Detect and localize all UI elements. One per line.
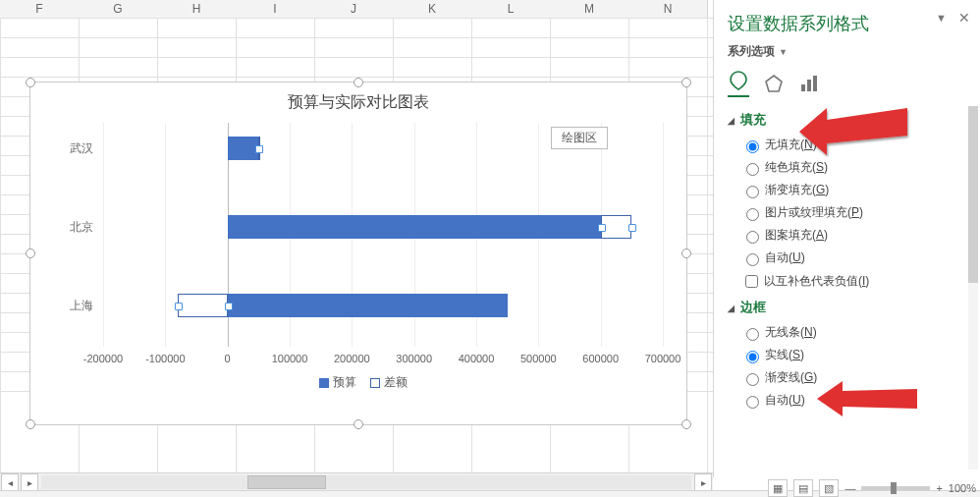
axis-tick: 300000: [396, 353, 432, 364]
svg-rect-3: [813, 76, 817, 91]
axis-tick: 600000: [582, 353, 619, 364]
series-options-tab-icon[interactable]: [798, 73, 820, 94]
invert-negative-checkbox[interactable]: 以互补色代表负值(I): [741, 272, 966, 291]
axis-tick: 400000: [459, 353, 495, 364]
pane-vscroll-thumb[interactable]: [968, 106, 978, 283]
series-options-dropdown[interactable]: 系列选项▼: [728, 43, 966, 60]
svg-rect-2: [807, 80, 811, 91]
view-pagelayout-icon[interactable]: ▤: [793, 479, 813, 497]
sheet-nav-prev[interactable]: ▸: [21, 473, 38, 491]
hscroll-right[interactable]: ▸: [694, 473, 712, 491]
border-option[interactable]: 实线(S): [741, 347, 966, 363]
column-header[interactable]: J: [314, 0, 394, 19]
sheet-nav-first[interactable]: ◂: [1, 473, 19, 491]
svg-marker-0: [766, 76, 782, 91]
view-pagebreak-icon[interactable]: ▧: [819, 479, 839, 497]
legend-item-budget[interactable]: 预算: [333, 374, 356, 391]
column-header[interactable]: N: [628, 0, 708, 19]
fill-option[interactable]: 自动(U): [741, 249, 966, 266]
plot-area[interactable]: -200000-10000001000002000003000004000005…: [54, 123, 663, 366]
bar-budget[interactable]: [228, 137, 259, 160]
zoom-controls[interactable]: ▦ ▤ ▧ ― + 100%: [768, 477, 976, 497]
category-label[interactable]: 北京: [54, 219, 93, 236]
category-label[interactable]: 武汉: [54, 140, 93, 157]
border-option[interactable]: 自动(U): [741, 392, 966, 409]
bar-budget[interactable]: [228, 294, 508, 317]
axis-tick: -200000: [83, 353, 123, 364]
chart-tooltip: 绘图区: [551, 127, 608, 149]
svg-rect-1: [801, 84, 805, 91]
zoom-value[interactable]: 100%: [949, 482, 976, 494]
pane-title: 设置数据系列格式: [728, 12, 966, 35]
bar-budget[interactable]: [228, 215, 601, 239]
column-header[interactable]: G: [79, 0, 158, 19]
effects-tab-icon[interactable]: [763, 73, 785, 94]
column-header[interactable]: F: [0, 0, 80, 19]
horizontal-scrollbar[interactable]: ◂ ▸ ▸: [0, 472, 713, 491]
column-header[interactable]: L: [471, 0, 551, 19]
fill-section-header[interactable]: ◢填充: [728, 111, 966, 129]
view-normal-icon[interactable]: ▦: [768, 479, 788, 497]
axis-tick: 0: [225, 353, 231, 364]
axis-tick: 100000: [272, 353, 308, 364]
chart-object[interactable]: 预算与实际对比图表 -200000-1000000100000200000300…: [29, 82, 687, 425]
border-section-header[interactable]: ◢边框: [728, 299, 966, 316]
format-pane: ▼ ✕ 设置数据系列格式 系列选项▼ ◢填充 无填充(N)纯色填充(S)渐变填充…: [713, 0, 980, 477]
fill-option[interactable]: 无填充(N): [741, 137, 966, 153]
axis-tick: 200000: [334, 353, 370, 364]
pane-vscroll[interactable]: [968, 106, 978, 469]
fill-option[interactable]: 图片或纹理填充(P): [741, 204, 966, 221]
hscroll-track[interactable]: [41, 475, 691, 489]
pane-pin-icon[interactable]: ▼: [936, 12, 947, 24]
legend-item-diff[interactable]: 差额: [384, 374, 408, 391]
pane-close-icon[interactable]: ✕: [958, 10, 970, 26]
axis-tick: 700000: [645, 353, 681, 364]
fill-option[interactable]: 图案填充(A): [741, 227, 966, 244]
axis-tick: -100000: [145, 353, 185, 364]
column-header[interactable]: M: [550, 0, 629, 19]
hscroll-thumb[interactable]: [247, 475, 326, 489]
fill-line-tab-icon[interactable]: [728, 70, 749, 97]
zoom-plus[interactable]: +: [936, 482, 942, 494]
zoom-slider[interactable]: [861, 486, 930, 490]
axis-tick: 500000: [520, 353, 557, 364]
border-option[interactable]: 渐变线(G): [741, 369, 966, 386]
chart-legend[interactable]: 预算 差额: [30, 374, 686, 391]
zoom-minus[interactable]: ―: [844, 482, 855, 494]
column-header[interactable]: K: [393, 0, 472, 19]
column-header[interactable]: H: [157, 0, 237, 19]
category-label[interactable]: 上海: [54, 298, 93, 314]
column-header[interactable]: I: [236, 0, 315, 19]
fill-option[interactable]: 渐变填充(G): [741, 182, 966, 198]
bar-diff[interactable]: [178, 294, 228, 317]
border-option[interactable]: 无线条(N): [741, 324, 966, 341]
fill-option[interactable]: 纯色填充(S): [741, 159, 966, 176]
chart-title[interactable]: 预算与实际对比图表: [30, 92, 686, 113]
